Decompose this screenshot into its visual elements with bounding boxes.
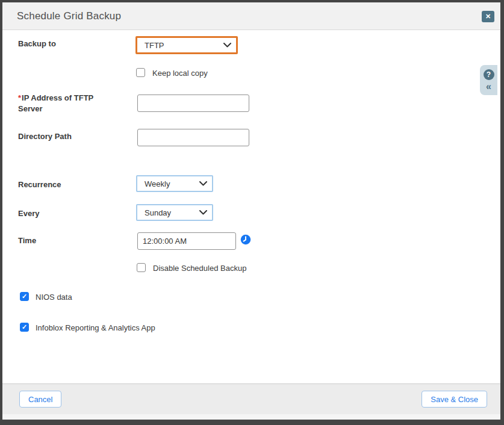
disable-scheduled-backup-label: Disable Scheduled Backup	[153, 264, 246, 273]
close-icon[interactable]: ✕	[482, 11, 494, 22]
disable-scheduled-backup-checkbox[interactable]: ✓	[137, 263, 146, 272]
ip-address-label-text: IP Address of TFTP Server	[18, 93, 93, 113]
backup-to-select[interactable]: TFTP	[135, 36, 238, 54]
clock-icon[interactable]	[240, 234, 251, 245]
every-select[interactable]: Sunday	[136, 204, 213, 221]
every-label: Every	[18, 208, 39, 219]
chevron-down-icon	[223, 43, 231, 48]
check-icon: ✓	[22, 324, 27, 330]
keep-local-copy-checkbox[interactable]: ✓	[136, 68, 145, 77]
required-asterisk: *	[18, 93, 21, 102]
dialog-footer: Cancel Save & Close	[2, 383, 500, 414]
cancel-button[interactable]: Cancel	[19, 391, 61, 408]
ip-address-input[interactable]	[137, 95, 249, 112]
check-icon: ✓	[22, 293, 27, 300]
recurrence-value: Weekly	[137, 179, 199, 188]
reporting-app-checkbox[interactable]: ✓	[20, 323, 29, 332]
schedule-grid-backup-dialog: Schedule Grid Backup ✕ Backup to TFTP ✓ …	[2, 2, 500, 420]
reporting-app-label: Infoblox Reporting & Analytics App	[36, 323, 155, 332]
backup-to-label: Backup to	[18, 39, 56, 49]
dialog-title: Schedule Grid Backup	[17, 10, 121, 22]
ip-address-label: *IP Address of TFTP Server	[18, 93, 116, 114]
help-icon[interactable]: ?	[484, 69, 494, 80]
window-frame: Schedule Grid Backup ✕ Backup to TFTP ✓ …	[0, 0, 504, 425]
directory-path-label: Directory Path	[18, 131, 72, 142]
chevron-down-icon	[199, 181, 207, 186]
recurrence-select[interactable]: Weekly	[136, 175, 213, 192]
nios-data-checkbox[interactable]: ✓	[20, 292, 29, 301]
directory-path-input[interactable]	[137, 129, 249, 146]
collapse-left-icon[interactable]: «	[486, 82, 491, 92]
backup-to-value: TFTP	[137, 41, 223, 50]
recurrence-label: Recurrence	[18, 179, 61, 190]
keep-local-copy-label: Keep local copy	[152, 69, 208, 78]
dialog-bottom-strip	[2, 414, 500, 420]
chevron-down-icon	[199, 210, 207, 215]
time-input[interactable]	[137, 232, 236, 250]
save-close-button[interactable]: Save & Close	[422, 391, 487, 408]
side-toolbar: ? «	[480, 65, 497, 95]
every-value: Sunday	[137, 208, 199, 217]
nios-data-label: NIOS data	[36, 293, 72, 302]
dialog-titlebar: Schedule Grid Backup ✕	[2, 2, 500, 30]
time-label: Time	[18, 235, 36, 246]
dialog-content: Backup to TFTP ✓ Keep local copy *IP Add…	[2, 30, 500, 383]
